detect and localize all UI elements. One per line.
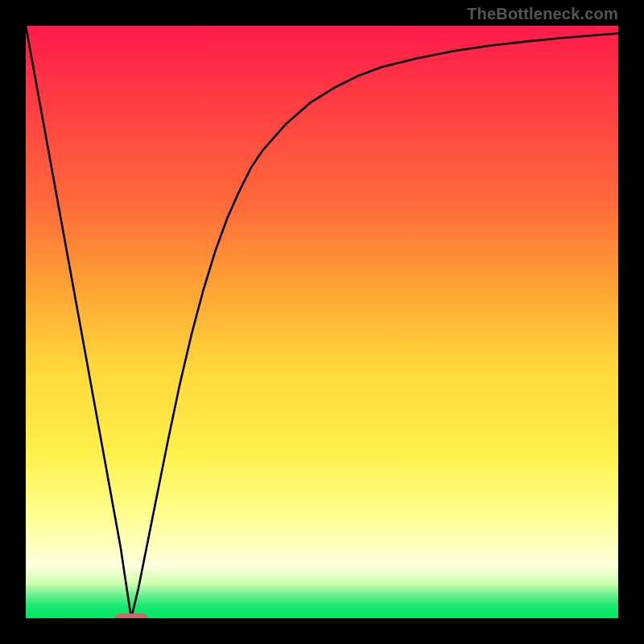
chart-frame: TheBottleneck.com bbox=[0, 0, 644, 644]
bottleneck-curve bbox=[26, 26, 618, 618]
plot-area bbox=[26, 26, 618, 618]
curve-layer bbox=[26, 26, 618, 618]
watermark-text: TheBottleneck.com bbox=[467, 5, 618, 23]
min-marker bbox=[115, 613, 147, 618]
